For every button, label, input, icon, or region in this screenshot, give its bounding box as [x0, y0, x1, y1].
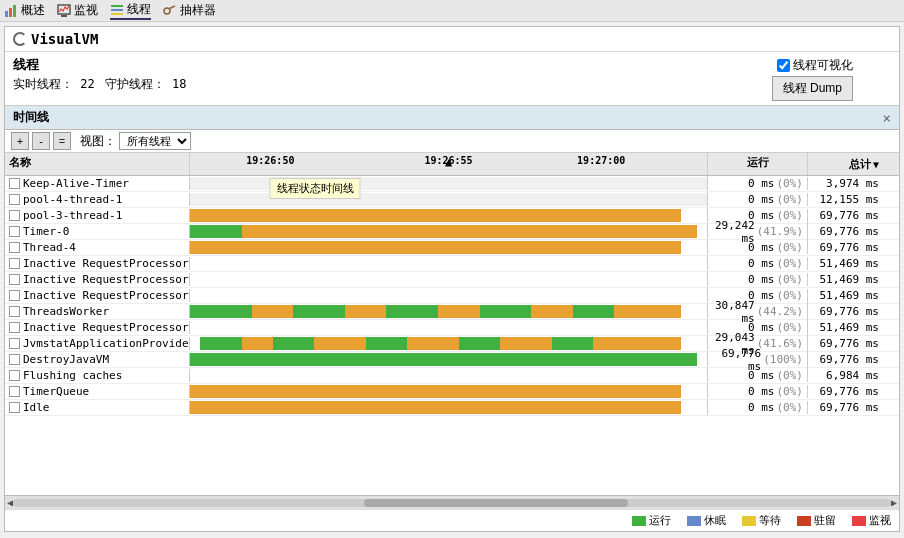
- h-scrollbar[interactable]: ◀ ▶: [5, 495, 899, 509]
- thread-run-time: 0 ms(0%): [708, 369, 808, 382]
- thread-bar: [190, 288, 708, 303]
- table-row[interactable]: ThreadsWorker30,847 ms(44.2%)69,776 ms: [5, 304, 899, 320]
- table-row[interactable]: Flushing caches0 ms(0%)6,984 ms: [5, 368, 899, 384]
- svg-rect-0: [5, 11, 8, 17]
- thread-bar: [190, 176, 708, 191]
- bar-segment: [438, 305, 479, 318]
- thread-checkbox[interactable]: [9, 194, 20, 205]
- thread-name-text: ThreadsWorker: [23, 305, 109, 318]
- thread-name-cell: pool-4-thread-1: [5, 193, 190, 206]
- thread-name-text: pool-3-thread-1: [23, 209, 122, 222]
- zoom-controls-bar: + - = 视图： 所有线程: [5, 130, 899, 153]
- legend-color-wait: [742, 516, 756, 526]
- close-timeline-btn[interactable]: ×: [883, 110, 891, 126]
- thread-checkbox[interactable]: [9, 226, 20, 237]
- table-row[interactable]: TimerQueue0 ms(0%)69,776 ms: [5, 384, 899, 400]
- h-scroll-track[interactable]: [13, 499, 891, 507]
- scroll-right-arrow[interactable]: ▶: [891, 497, 897, 508]
- thread-checkbox[interactable]: [9, 354, 20, 365]
- thread-checkbox[interactable]: [9, 290, 20, 301]
- thread-bar: [190, 320, 708, 335]
- bar-segment: [500, 337, 552, 350]
- thread-bar: [190, 304, 708, 319]
- svg-line-9: [170, 6, 176, 9]
- svg-rect-5: [111, 5, 123, 7]
- thread-total-time: 69,776 ms: [808, 241, 883, 254]
- sampler-icon: [163, 4, 177, 18]
- table-row[interactable]: Keep-Alive-Timer0 ms(0%)3,974 ms: [5, 176, 899, 192]
- bar-segment: [200, 337, 241, 350]
- thread-checkbox[interactable]: [9, 306, 20, 317]
- panel-title-row: 线程 线程可视化: [13, 56, 853, 74]
- table-row[interactable]: Inactive RequestProcessor0 ms(0%)51,469 …: [5, 256, 899, 272]
- thread-name-cell: Timer-0: [5, 225, 190, 238]
- thread-total-time: 6,984 ms: [808, 369, 883, 382]
- visualize-checkbox-label[interactable]: 线程可视化: [777, 57, 853, 74]
- daemon-threads-label: 守护线程：: [105, 77, 165, 91]
- thread-checkbox[interactable]: [9, 258, 20, 269]
- live-threads-count: 22: [80, 77, 94, 91]
- live-threads-stat: 实时线程： 22: [13, 76, 95, 101]
- daemon-threads-stat: 守护线程： 18: [105, 76, 187, 101]
- thread-run-time: 0 ms(0%): [708, 193, 808, 206]
- thread-table-container: 名称 19:26:50 ▲ 19:26:55 19:27:00 运行 总计 ▼ …: [5, 153, 899, 509]
- time3-label: 19:27:00: [577, 155, 625, 166]
- thread-name-text: Inactive RequestProcessor: [23, 289, 189, 302]
- table-row[interactable]: Inactive RequestProcessor0 ms(0%)51,469 …: [5, 272, 899, 288]
- bar-segment: [190, 385, 681, 398]
- sort-icon[interactable]: ▼: [873, 159, 879, 170]
- view-select[interactable]: 所有线程: [119, 132, 191, 150]
- legend-item-sleep: 休眠: [687, 513, 726, 528]
- thread-name-cell: TimerQueue: [5, 385, 190, 398]
- thread-checkbox[interactable]: [9, 210, 20, 221]
- col-header-run: 运行: [708, 153, 808, 175]
- thread-checkbox[interactable]: [9, 386, 20, 397]
- toolbar-item-overview[interactable]: 概述: [4, 2, 45, 19]
- zoom-reset-btn[interactable]: =: [53, 132, 71, 150]
- thread-name-cell: pool-3-thread-1: [5, 209, 190, 222]
- toolbar-item-monitor[interactable]: 监视: [57, 2, 98, 19]
- thread-name-cell: ThreadsWorker: [5, 305, 190, 318]
- table-row[interactable]: DestroyJavaVM69,776 ms(100%)69,776 ms: [5, 352, 899, 368]
- thread-total-time: 51,469 ms: [808, 321, 883, 334]
- h-scroll-thumb[interactable]: [364, 499, 627, 507]
- thread-checkbox[interactable]: [9, 370, 20, 381]
- legend-color-monitor: [852, 516, 866, 526]
- thread-checkbox[interactable]: [9, 274, 20, 285]
- legend-color-run: [632, 516, 646, 526]
- toolbar-item-sampler[interactable]: 抽样器: [163, 2, 216, 19]
- table-row[interactable]: pool-4-thread-10 ms(0%)12,155 ms: [5, 192, 899, 208]
- thread-checkbox[interactable]: [9, 178, 20, 189]
- table-row[interactable]: Idle0 ms(0%)69,776 ms: [5, 400, 899, 416]
- visualize-checkbox[interactable]: [777, 59, 790, 72]
- legend-item-wait: 等待: [742, 513, 781, 528]
- thread-stats-row: 实时线程： 22 守护线程： 18 线程 Dump: [13, 76, 853, 101]
- thread-total-time: 69,776 ms: [808, 305, 883, 318]
- bar-segment: [190, 225, 242, 238]
- table-row[interactable]: Thread-40 ms(0%)69,776 ms: [5, 240, 899, 256]
- svg-rect-6: [111, 9, 123, 11]
- bar-segment: [593, 337, 681, 350]
- dump-button[interactable]: 线程 Dump: [772, 76, 853, 101]
- toolbar-label-threads: 线程: [127, 1, 151, 18]
- bar-segment: [190, 353, 697, 366]
- thread-checkbox[interactable]: [9, 338, 20, 349]
- thread-checkbox[interactable]: [9, 242, 20, 253]
- zoom-in-btn[interactable]: +: [11, 132, 29, 150]
- bar-segment: [314, 337, 366, 350]
- legend-item-park: 驻留: [797, 513, 836, 528]
- thread-name-cell: DestroyJavaVM: [5, 353, 190, 366]
- bar-segment: [459, 337, 500, 350]
- app-title: VisualVM: [31, 31, 98, 47]
- refresh-icon[interactable]: [13, 32, 27, 46]
- thread-bar: [190, 352, 708, 367]
- zoom-out-btn[interactable]: -: [32, 132, 50, 150]
- thread-checkbox[interactable]: [9, 402, 20, 413]
- toolbar-item-threads[interactable]: 线程: [110, 1, 151, 20]
- bar-segment: [190, 241, 681, 254]
- legend-item-run: 运行: [632, 513, 671, 528]
- table-row[interactable]: Timer-029,242 ms(41.9%)69,776 ms: [5, 224, 899, 240]
- thread-checkbox[interactable]: [9, 322, 20, 333]
- thread-name-text: TimerQueue: [23, 385, 89, 398]
- thread-total-time: 51,469 ms: [808, 257, 883, 270]
